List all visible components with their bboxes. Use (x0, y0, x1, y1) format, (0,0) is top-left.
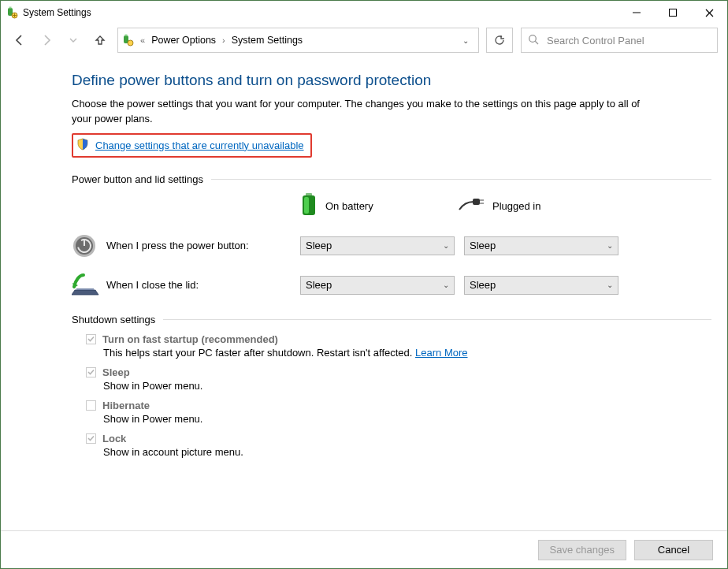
plug-icon (458, 197, 485, 215)
chevron-down-icon: ⌄ (443, 241, 449, 250)
power-button-row-label: When I press the power button: (106, 240, 249, 251)
up-button[interactable] (91, 31, 110, 50)
shield-icon (76, 138, 89, 153)
lock-label: Lock (102, 433, 126, 444)
body: Define power buttons and turn on passwor… (1, 56, 727, 530)
power-button-icon (72, 233, 97, 258)
svg-rect-13 (473, 199, 480, 205)
close-lid-battery-combo[interactable]: Sleep ⌄ (300, 276, 455, 295)
column-plugged-label: Plugged in (492, 200, 540, 212)
page-intro: Choose the power settings that you want … (72, 97, 655, 127)
divider (163, 319, 711, 320)
close-button[interactable] (691, 1, 727, 24)
battery-icon (300, 193, 318, 219)
sleep-checkbox[interactable] (86, 367, 96, 377)
fast-startup-item: Turn on fast startup (recommended) This … (86, 333, 711, 359)
fast-startup-checkbox[interactable] (86, 334, 96, 344)
learn-more-link[interactable]: Learn More (415, 347, 467, 359)
search-box[interactable] (521, 28, 718, 53)
svg-rect-12 (304, 197, 309, 214)
power-button-group: Power button and lid settings (72, 173, 711, 298)
power-button-battery-combo[interactable]: Sleep ⌄ (300, 236, 455, 255)
combo-value: Sleep (470, 279, 496, 291)
fast-startup-label: Turn on fast startup (recommended) (102, 333, 278, 345)
address-bar[interactable]: « Power Options › System Settings ⌄ (117, 28, 479, 53)
page-heading: Define power buttons and turn on passwor… (72, 72, 711, 89)
minimize-button[interactable] (618, 1, 655, 24)
chevron-down-icon: ⌄ (607, 241, 613, 250)
shutdown-group-label: Shutdown settings (72, 314, 155, 325)
maximize-button[interactable] (655, 1, 691, 24)
cancel-button[interactable]: Cancel (634, 540, 713, 560)
nav-row: « Power Options › System Settings ⌄ (1, 24, 727, 56)
svg-rect-4 (670, 9, 677, 17)
footer: Save changes Cancel (1, 530, 727, 568)
close-lid-plugged-combo[interactable]: Sleep ⌄ (464, 276, 618, 295)
hibernate-checkbox[interactable] (86, 400, 96, 411)
close-lid-row: When I close the lid: Sleep ⌄ Sleep ⌄ (72, 273, 711, 298)
breadcrumb-item-power-options[interactable]: Power Options (151, 35, 216, 46)
lock-desc: Show in account picture menu. (103, 446, 711, 458)
chevron-down-icon: ⌄ (607, 281, 613, 289)
back-button[interactable] (10, 31, 29, 50)
svg-line-9 (535, 41, 538, 44)
window: System Settings (0, 0, 728, 569)
change-settings-link[interactable]: Change settings that are currently unava… (95, 139, 304, 151)
address-icon (121, 34, 134, 46)
power-button-row: When I press the power button: Sleep ⌄ S… (72, 233, 711, 258)
shutdown-group: Shutdown settings Turn on fast startup (… (72, 314, 711, 458)
address-dropdown-icon[interactable]: ⌄ (456, 36, 475, 45)
svg-rect-6 (125, 35, 128, 36)
breadcrumb-item-system-settings[interactable]: System Settings (232, 35, 303, 46)
combo-value: Sleep (470, 240, 496, 251)
column-header-row: On battery Plugged in (72, 193, 711, 219)
column-battery-label: On battery (325, 200, 373, 212)
forward-button[interactable] (37, 31, 56, 50)
hibernate-label: Hibernate (102, 400, 150, 411)
divider (211, 179, 711, 180)
chevron-down-icon: ⌄ (443, 281, 449, 289)
svg-point-7 (128, 40, 133, 46)
sleep-label: Sleep (102, 366, 130, 378)
sleep-item: Sleep Show in Power menu. (86, 366, 711, 392)
titlebar: System Settings (1, 1, 727, 24)
lock-item: Lock Show in account picture menu. (86, 433, 711, 458)
refresh-button[interactable] (486, 28, 513, 53)
combo-value: Sleep (306, 279, 332, 291)
content: Define power buttons and turn on passwor… (1, 56, 727, 530)
search-icon (528, 34, 539, 47)
fast-startup-desc: This helps start your PC faster after sh… (103, 347, 415, 359)
hibernate-item: Hibernate Show in Power menu. (86, 400, 711, 425)
app-icon (6, 6, 18, 19)
combo-value: Sleep (306, 240, 332, 251)
svg-rect-1 (9, 7, 12, 9)
breadcrumb-root-chevron[interactable]: « (139, 35, 147, 45)
breadcrumb-chevron-icon[interactable]: › (221, 35, 227, 45)
change-settings-highlight: Change settings that are currently unava… (72, 133, 312, 158)
window-title: System Settings (23, 7, 91, 18)
hibernate-desc: Show in Power menu. (103, 413, 711, 425)
save-changes-button[interactable]: Save changes (538, 540, 626, 560)
laptop-lid-icon (72, 273, 97, 298)
recent-button[interactable] (64, 31, 83, 50)
svg-point-8 (529, 35, 537, 42)
close-lid-row-label: When I close the lid: (106, 279, 199, 291)
lock-checkbox[interactable] (86, 433, 96, 444)
sleep-desc: Show in Power menu. (103, 380, 711, 392)
search-input[interactable] (545, 34, 711, 47)
power-button-plugged-combo[interactable]: Sleep ⌄ (464, 236, 618, 255)
power-button-group-label: Power button and lid settings (72, 173, 203, 185)
